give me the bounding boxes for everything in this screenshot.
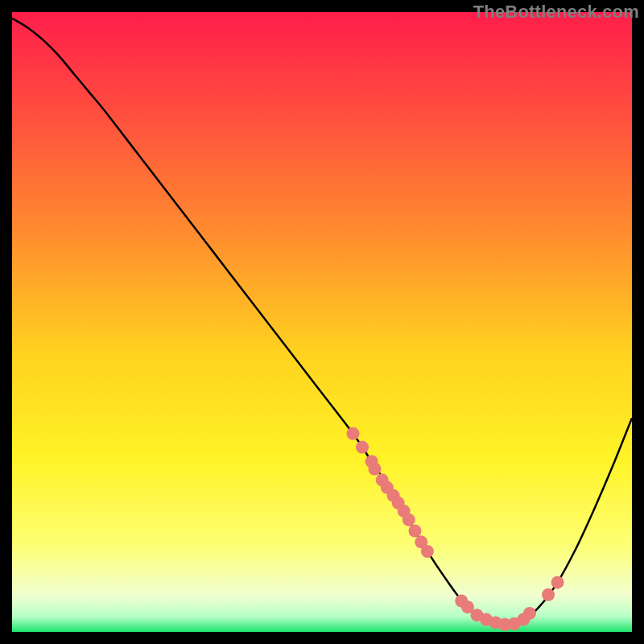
plot-area [12,12,632,632]
curve-marker [523,607,536,620]
curve-marker [551,576,564,588]
curve-marker [347,427,360,440]
watermark-text: TheBottleneck.com [473,2,639,23]
gradient-background [12,12,632,632]
chart-svg [12,12,632,632]
curve-marker [356,441,369,454]
curve-marker [368,462,381,475]
curve-marker [542,588,555,601]
curve-marker [409,524,422,537]
chart-container: TheBottleneck.com [0,0,644,644]
curve-marker [402,514,415,526]
curve-marker [421,545,434,558]
